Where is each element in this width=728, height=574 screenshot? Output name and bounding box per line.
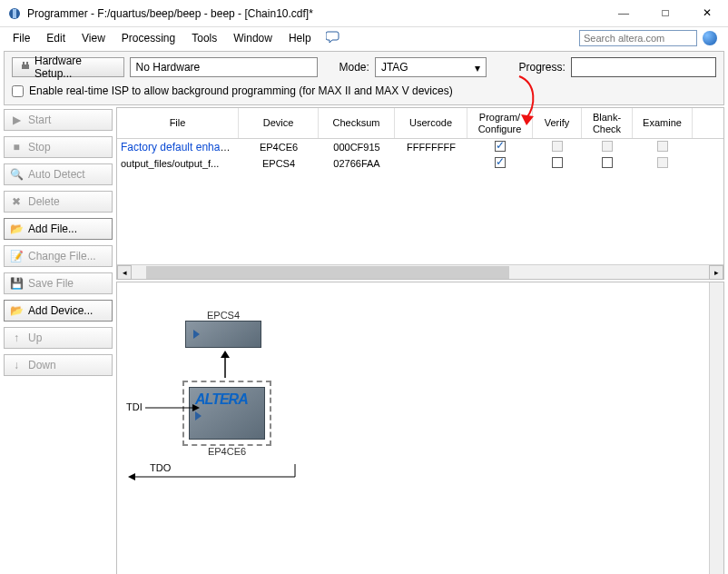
progress-bar [571, 57, 716, 77]
main-area: ▶Start ■Stop 🔍Auto Detect ✖Delete 📂Add F… [4, 107, 724, 574]
menu-edit[interactable]: Edit [39, 29, 73, 47]
horizontal-scrollbar[interactable]: ◂ ▸ [117, 264, 723, 279]
svg-marker-10 [521, 114, 534, 125]
toolbar: Hardware Setup... No Hardware Mode: JTAG… [4, 51, 724, 105]
progress-label: Progress: [519, 61, 566, 74]
help-balloon-icon[interactable] [326, 31, 340, 46]
cell-file: output_files/output_f... [117, 158, 239, 169]
menubar: File Edit View Processing Tools Window H… [0, 27, 728, 49]
save-icon: 💾 [10, 277, 23, 290]
checkbox-icon[interactable] [495, 141, 506, 152]
epcs4-chip[interactable]: EPCS4 [185, 310, 261, 348]
arrow-up-icon [219, 351, 231, 378]
checkbox-icon[interactable] [602, 157, 613, 168]
altera-logo: ALTERA [195, 391, 259, 408]
titlebar: Programmer - F:/quartus/beep/beep - beep… [0, 0, 728, 27]
minimize-button[interactable]: — [603, 0, 644, 27]
menu-help[interactable]: Help [281, 29, 319, 47]
window-title: Programmer - F:/quartus/beep/beep - beep… [27, 7, 603, 20]
vertical-scrollbar[interactable] [709, 282, 723, 574]
scroll-thumb[interactable] [146, 266, 509, 279]
cell-blank [582, 157, 633, 170]
menu-processing[interactable]: Processing [114, 29, 182, 47]
tdo-label: TDO [150, 462, 171, 473]
col-device[interactable]: Device [239, 108, 319, 138]
tdi-wire: TDI [126, 401, 200, 413]
col-file[interactable]: File [117, 108, 239, 138]
save-file-button[interactable]: 💾Save File [4, 272, 113, 294]
cell-verify [533, 141, 582, 153]
col-checksum[interactable]: Checksum [319, 108, 395, 138]
stop-button[interactable]: ■Stop [4, 136, 113, 158]
cell-examine [633, 141, 693, 153]
realtime-isp-label: Enable real-time ISP to allow background… [29, 84, 453, 97]
realtime-isp-checkbox[interactable] [12, 85, 24, 97]
folder-icon: 📂 [10, 223, 23, 235]
svg-marker-6 [221, 351, 230, 358]
mode-label: Mode: [339, 61, 369, 74]
checkbox-icon [602, 141, 613, 152]
cell-checksum: 000CF915 [319, 142, 395, 153]
menu-file[interactable]: File [5, 29, 37, 47]
globe-icon[interactable] [703, 31, 717, 45]
svg-marker-8 [192, 404, 200, 411]
right-pane: File Device Checksum Usercode Program/ C… [116, 107, 724, 574]
svg-rect-4 [26, 62, 28, 64]
change-icon: 📝 [10, 250, 23, 262]
add-file-button[interactable]: 📂Add File... [4, 218, 113, 240]
mode-value: JTAG [381, 61, 408, 74]
play-icon: ▶ [10, 114, 23, 126]
hardware-value: No Hardware [130, 57, 318, 77]
svg-marker-9 [128, 473, 135, 480]
maximize-button[interactable]: □ [644, 0, 686, 27]
checkbox-icon[interactable] [495, 157, 506, 168]
hardware-setup-button[interactable]: Hardware Setup... [12, 57, 124, 77]
delete-button[interactable]: ✖Delete [4, 191, 113, 213]
scroll-right-icon[interactable]: ▸ [709, 265, 723, 280]
checkbox-icon[interactable] [552, 157, 563, 168]
menu-tools[interactable]: Tools [184, 29, 224, 47]
cell-program [467, 157, 533, 170]
ep4ce6-chip[interactable]: ALTERA EP4CE6 [182, 381, 271, 457]
checkbox-icon [657, 157, 668, 168]
play-icon [193, 330, 200, 339]
scroll-left-icon[interactable]: ◂ [117, 265, 132, 280]
grid-body: Factory default enhanced...EP4CE6000CF91… [117, 139, 723, 172]
epcs4-label: EPCS4 [185, 310, 261, 321]
col-usercode[interactable]: Usercode [395, 108, 467, 138]
ep4ce6-label: EP4CE6 [182, 446, 271, 457]
chain-diagram: EPCS4 ALTERA EP4CE6 [116, 282, 724, 574]
chevron-down-icon: ▾ [475, 62, 480, 74]
tdo-wire: TDO [124, 464, 297, 487]
table-row[interactable]: output_files/output_f...EPCS402766FAA [117, 155, 723, 172]
sidebar: ▶Start ■Stop 🔍Auto Detect ✖Delete 📂Add F… [4, 107, 113, 574]
up-button[interactable]: ↑Up [4, 327, 113, 349]
auto-detect-button[interactable]: 🔍Auto Detect [4, 163, 113, 185]
cell-examine [633, 157, 693, 170]
menu-view[interactable]: View [74, 29, 113, 47]
device-icon: 📂 [10, 304, 23, 317]
cell-file: Factory default enhanced... [117, 141, 239, 153]
table-row[interactable]: Factory default enhanced...EP4CE6000CF91… [117, 139, 723, 155]
file-grid: File Device Checksum Usercode Program/ C… [116, 107, 724, 280]
search-input[interactable] [579, 30, 697, 46]
cell-blank [582, 141, 633, 153]
mode-dropdown[interactable]: JTAG ▾ [375, 57, 487, 77]
annotation-arrow-icon [510, 74, 546, 129]
menu-window[interactable]: Window [226, 29, 280, 47]
add-device-button[interactable]: 📂Add Device... [4, 300, 113, 322]
app-icon [7, 6, 22, 21]
cell-program [467, 141, 533, 153]
close-button[interactable]: ✕ [686, 0, 728, 27]
plug-icon [20, 61, 31, 74]
checkbox-icon [657, 141, 668, 152]
col-blank[interactable]: Blank- Check [582, 108, 633, 138]
checkbox-icon [552, 141, 563, 152]
change-file-button[interactable]: 📝Change File... [4, 245, 113, 267]
start-button[interactable]: ▶Start [4, 109, 113, 131]
down-button[interactable]: ↓Down [4, 354, 113, 376]
cell-checksum: 02766FAA [319, 158, 395, 169]
stop-icon: ■ [10, 141, 23, 153]
col-examine[interactable]: Examine [633, 108, 693, 138]
tdi-label: TDI [126, 401, 143, 412]
